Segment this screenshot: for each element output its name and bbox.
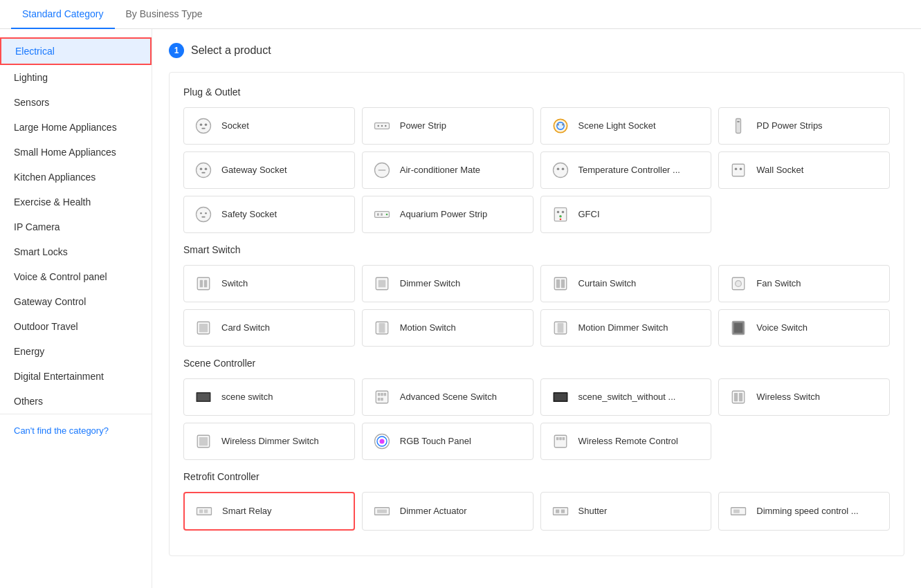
svg-point-17	[205, 168, 208, 171]
sidebar-item-voice[interactable]: Voice & Control panel	[0, 264, 152, 289]
product-card-dimmer-actuator[interactable]: Dimmer Actuator	[362, 492, 534, 531]
product-card-scene-light-socket[interactable]: Scene Light Socket	[540, 107, 712, 145]
socket-icon	[192, 115, 215, 137]
product-card-shutter[interactable]: Shutter	[540, 492, 712, 531]
svg-rect-70	[739, 393, 742, 401]
product-card-power-strip[interactable]: Power Strip	[362, 107, 534, 145]
svg-point-27	[197, 208, 211, 222]
sidebar-item-sensors[interactable]: Sensors	[0, 90, 152, 115]
sidebar-item-electrical[interactable]: Electrical	[0, 37, 152, 65]
product-card-socket[interactable]: Socket	[183, 107, 355, 145]
sidebar-item-outdoor[interactable]: Outdoor Travel	[0, 314, 152, 339]
product-name-dimmer-actuator: Dimmer Actuator	[400, 506, 467, 517]
sidebar: ElectricalLightingSensorsLarge Home Appl…	[0, 29, 152, 588]
svg-point-12	[562, 124, 564, 126]
product-card-dimming-speed-control[interactable]: Dimming speed control ...	[718, 492, 890, 531]
svg-point-38	[559, 215, 562, 218]
product-card-safety-socket[interactable]: Safety Socket	[183, 196, 355, 233]
product-card-wireless-dimmer-switch[interactable]: Wireless Dimmer Switch	[183, 423, 355, 460]
product-name-curtain-switch: Curtain Switch	[578, 278, 637, 290]
sidebar-item-small-home[interactable]: Small Home Appliances	[0, 140, 152, 165]
product-name-socket: Socket	[221, 120, 249, 132]
wireless-dimmer-switch-icon	[192, 430, 215, 452]
product-card-curtain-switch[interactable]: Curtain Switch	[540, 265, 712, 302]
content-area: 1 Select a product Plug & OutletSocketPo…	[152, 29, 921, 588]
product-card-scene-switch[interactable]: scene switch	[183, 378, 355, 416]
svg-point-1	[200, 124, 203, 127]
product-card-motion-dimmer-switch[interactable]: Motion Dimmer Switch	[540, 309, 712, 347]
svg-rect-79	[562, 437, 565, 440]
svg-rect-18	[201, 172, 205, 174]
power-strip-icon	[371, 115, 393, 137]
sidebar-item-ip-camera[interactable]: IP Camera	[0, 214, 152, 239]
sidebar-item-gateway[interactable]: Gateway Control	[0, 289, 152, 314]
product-card-temperature-controller[interactable]: Temperature Controller ...	[540, 151, 712, 189]
product-name-motion-switch: Motion Switch	[400, 322, 456, 334]
product-card-dimmer-switch[interactable]: Dimmer Switch	[362, 265, 534, 302]
product-name-card-switch: Card Switch	[221, 322, 270, 334]
product-card-switch[interactable]: Switch	[183, 265, 355, 302]
sidebar-item-kitchen[interactable]: Kitchen Appliances	[0, 165, 152, 190]
product-card-gfci[interactable]: GFCI	[540, 196, 712, 233]
cant-find-category-link[interactable]: Can't find the category?	[0, 414, 152, 447]
product-card-rgb-touch-panel[interactable]: RGB Touch Panel	[362, 423, 534, 460]
product-card-aquarium-power-strip[interactable]: Aquarium Power Strip	[362, 196, 534, 233]
product-card-smart-relay[interactable]: Smart Relay	[183, 492, 355, 531]
sidebar-item-lighting[interactable]: Lighting	[0, 65, 152, 90]
advanced-scene-switch-icon	[371, 386, 393, 408]
product-card-pd-power-strips[interactable]: PD Power Strips	[718, 107, 890, 145]
product-card-wall-socket[interactable]: Wall Socket	[718, 151, 890, 189]
product-name-scene-light-socket: Scene Light Socket	[578, 120, 656, 132]
air-conditioner-mate-icon	[371, 159, 393, 181]
svg-rect-72	[199, 437, 208, 445]
section-title-smart-switch: Smart Switch	[183, 244, 890, 255]
product-card-gateway-socket[interactable]: Gateway Socket	[183, 151, 355, 189]
wireless-switch-icon	[727, 386, 749, 408]
product-name-wall-socket: Wall Socket	[756, 165, 803, 176]
scene-light-socket-icon	[549, 115, 572, 137]
sidebar-item-digital[interactable]: Digital Entertainment	[0, 364, 152, 389]
product-name-dimmer-switch: Dimmer Switch	[400, 278, 460, 290]
product-card-wireless-switch[interactable]: Wireless Switch	[718, 378, 890, 416]
product-name-wireless-remote-control: Wireless Remote Control	[578, 436, 679, 448]
svg-rect-41	[200, 280, 203, 288]
product-name-switch: Switch	[221, 278, 248, 290]
gateway-socket-icon	[192, 159, 215, 181]
svg-rect-82	[204, 509, 208, 513]
product-name-advanced-scene-switch: Advanced Scene Switch	[400, 392, 497, 403]
sidebar-item-large-home[interactable]: Large Home Appliances	[0, 115, 152, 140]
section-title-scene-controller: Scene Controller	[183, 358, 890, 369]
product-name-gfci: GFCI	[578, 209, 600, 221]
step-badge: 1	[169, 43, 184, 58]
svg-point-23	[561, 168, 564, 171]
page-title-row: 1 Select a product	[169, 43, 904, 58]
tab-by-business-type[interactable]: By Business Type	[115, 0, 214, 29]
product-card-air-conditioner-mate[interactable]: Air-conditioner Mate	[362, 151, 534, 189]
tab-standard-category[interactable]: Standard Category	[11, 0, 115, 29]
svg-rect-32	[377, 213, 379, 216]
product-grid-retrofit-controller: Smart RelayDimmer ActuatorShutterDimming…	[183, 492, 890, 531]
svg-rect-3	[201, 128, 205, 129]
product-card-motion-switch[interactable]: Motion Switch	[362, 309, 534, 347]
product-name-aquarium-power-strip: Aquarium Power Strip	[400, 209, 487, 221]
product-card-wireless-remote-control[interactable]: Wireless Remote Control	[540, 423, 712, 460]
svg-rect-57	[734, 323, 742, 333]
sidebar-item-exercise[interactable]: Exercise & Health	[0, 190, 152, 214]
sidebar-item-others[interactable]: Others	[0, 389, 152, 414]
product-card-scene-switch-without[interactable]: scene_switch_without ...	[540, 378, 712, 416]
dimming-speed-control-icon	[727, 500, 749, 522]
section-title-retrofit-controller: Retrofit Controller	[183, 471, 890, 482]
product-name-power-strip: Power Strip	[400, 120, 446, 132]
product-card-card-switch[interactable]: Card Switch	[183, 309, 355, 347]
rgb-touch-panel-icon	[371, 430, 393, 452]
product-card-advanced-scene-switch[interactable]: Advanced Scene Switch	[362, 378, 534, 416]
svg-rect-67	[554, 394, 567, 401]
product-card-voice-switch[interactable]: Voice Switch	[718, 309, 890, 347]
fan-switch-icon	[727, 273, 749, 295]
sidebar-item-smart-locks[interactable]: Smart Locks	[0, 239, 152, 264]
sidebar-item-energy[interactable]: Energy	[0, 339, 152, 364]
product-name-safety-socket: Safety Socket	[221, 209, 277, 221]
product-card-fan-switch[interactable]: Fan Switch	[718, 265, 890, 302]
wireless-remote-control-icon	[549, 430, 572, 452]
svg-rect-59	[197, 394, 210, 401]
